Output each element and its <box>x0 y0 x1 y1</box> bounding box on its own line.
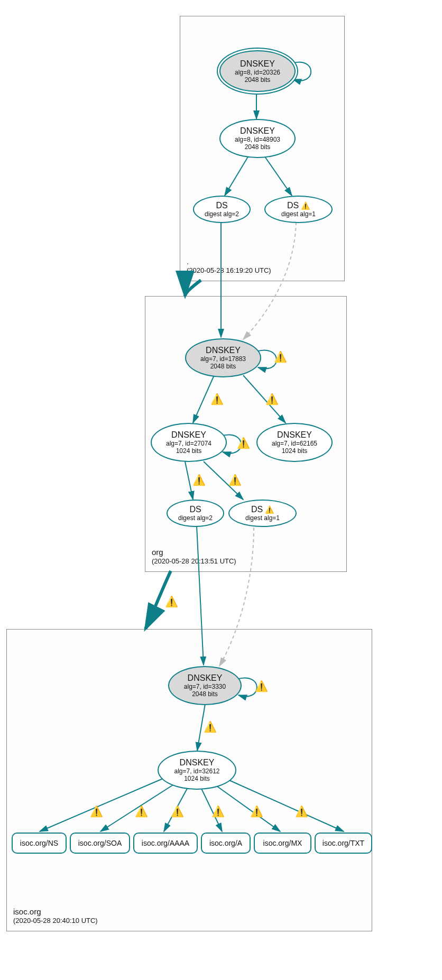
root-ds2-alg: digest alg=2 <box>205 210 239 218</box>
root-ksk-node: DNSKEY alg=8, id=20326 2048 bits <box>219 50 296 92</box>
root-ds1-node: DS ⚠️ digest alg=1 <box>264 196 333 223</box>
root-zsk-alg: alg=8, id=48903 <box>235 136 280 143</box>
rr-mx-label: isoc.org/MX <box>263 839 302 847</box>
warning-icon: ⚠️ <box>135 806 148 817</box>
zone-root-label: . (2020-05-28 16:19:20 UTC) <box>187 256 271 275</box>
root-zsk-title: DNSKEY <box>240 126 275 136</box>
zone-root-ts: (2020-05-28 16:19:20 UTC) <box>187 266 271 275</box>
root-ds2-node: DS digest alg=2 <box>193 196 251 223</box>
warning-icon: ⚠️ <box>228 475 242 485</box>
org-ksk-bits: 2048 bits <box>210 363 236 370</box>
root-ds1-title: DS <box>287 201 299 210</box>
root-ksk-alg: alg=8, id=20326 <box>235 69 280 76</box>
warning-icon: ⚠️ <box>295 806 308 817</box>
root-ds2-title: DS <box>216 201 227 210</box>
warning-icon: ⚠️ <box>265 505 274 514</box>
warning-icon: ⚠️ <box>211 806 225 817</box>
warning-icon: ⚠️ <box>237 438 250 448</box>
root-ksk-bits: 2048 bits <box>245 76 271 84</box>
root-zsk-bits: 2048 bits <box>245 143 271 151</box>
warning-icon: ⚠️ <box>90 806 103 817</box>
org-zsk-alg: alg=7, id=27074 <box>166 440 211 447</box>
zone-isoc-ts: (2020-05-28 20:40:10 UTC) <box>13 917 98 926</box>
org-key2-title: DNSKEY <box>277 430 312 440</box>
warning-icon: ⚠️ <box>301 201 310 210</box>
warning-icon: ⚠️ <box>171 806 184 817</box>
isoc-zsk-title: DNSKEY <box>180 758 215 768</box>
rr-ns-node: isoc.org/NS <box>12 833 67 854</box>
rr-a-node: isoc.org/A <box>201 833 251 854</box>
rr-ns-label: isoc.org/NS <box>20 839 58 847</box>
zone-org-label: org (2020-05-28 20:13:51 UTC) <box>152 547 236 566</box>
rr-txt-node: isoc.org/TXT <box>315 833 372 854</box>
isoc-ksk-node: DNSKEY alg=7, id=3330 2048 bits <box>168 666 242 705</box>
warning-icon: ⚠️ <box>265 394 279 404</box>
rr-soa-label: isoc.org/SOA <box>78 839 122 847</box>
zone-root-name: . <box>187 256 271 267</box>
org-ksk-alg: alg=7, id=17883 <box>200 355 246 363</box>
rr-txt-label: isoc.org/TXT <box>323 839 364 847</box>
isoc-ksk-bits: 2048 bits <box>192 690 218 698</box>
org-ds1-title: DS <box>251 505 263 514</box>
org-ds2-alg: digest alg=2 <box>178 514 213 522</box>
org-ds1-node: DS ⚠️ digest alg=1 <box>228 500 297 527</box>
rr-aaaa-label: isoc.org/AAAA <box>142 839 189 847</box>
isoc-zsk-bits: 1024 bits <box>184 775 210 782</box>
isoc-zsk-node: DNSKEY alg=7, id=32612 1024 bits <box>158 751 236 790</box>
warning-icon: ⚠️ <box>255 681 268 691</box>
root-zsk-node: DNSKEY alg=8, id=48903 2048 bits <box>219 119 296 158</box>
warning-icon: ⚠️ <box>210 394 224 404</box>
org-ds2-title: DS <box>189 505 201 514</box>
rr-aaaa-node: isoc.org/AAAA <box>133 833 198 854</box>
warning-icon: ⚠️ <box>274 352 287 362</box>
org-zsk-title: DNSKEY <box>171 430 206 440</box>
zone-isoc-name: isoc.org <box>13 907 98 917</box>
root-ksk-title: DNSKEY <box>240 59 275 69</box>
zone-isoc-label: isoc.org (2020-05-28 20:40:10 UTC) <box>13 907 98 926</box>
rr-a-label: isoc.org/A <box>209 839 242 847</box>
org-ksk-title: DNSKEY <box>206 346 241 355</box>
warning-icon: ⚠️ <box>192 475 206 485</box>
zone-org-name: org <box>152 547 236 558</box>
org-key2-bits: 1024 bits <box>282 447 308 455</box>
isoc-zsk-alg: alg=7, id=32612 <box>174 768 219 775</box>
org-ds1-alg: digest alg=1 <box>245 514 280 522</box>
warning-icon: ⚠️ <box>204 722 217 732</box>
isoc-ksk-alg: alg=7, id=3330 <box>184 683 226 690</box>
org-zsk-bits: 1024 bits <box>176 447 202 455</box>
warning-icon: ⚠️ <box>165 596 178 607</box>
rr-soa-node: isoc.org/SOA <box>70 833 130 854</box>
org-key2-alg: alg=7, id=62165 <box>272 440 317 447</box>
zone-org-ts: (2020-05-28 20:13:51 UTC) <box>152 557 236 566</box>
rr-mx-node: isoc.org/MX <box>254 833 311 854</box>
org-ds2-node: DS digest alg=2 <box>167 500 224 527</box>
org-ksk-node: DNSKEY alg=7, id=17883 2048 bits <box>185 338 261 377</box>
root-ds1-alg: digest alg=1 <box>281 210 316 218</box>
warning-icon: ⚠️ <box>250 806 263 817</box>
isoc-ksk-title: DNSKEY <box>188 673 223 683</box>
org-key2-node: DNSKEY alg=7, id=62165 1024 bits <box>256 423 333 462</box>
org-zsk-node: DNSKEY alg=7, id=27074 1024 bits <box>151 423 227 462</box>
